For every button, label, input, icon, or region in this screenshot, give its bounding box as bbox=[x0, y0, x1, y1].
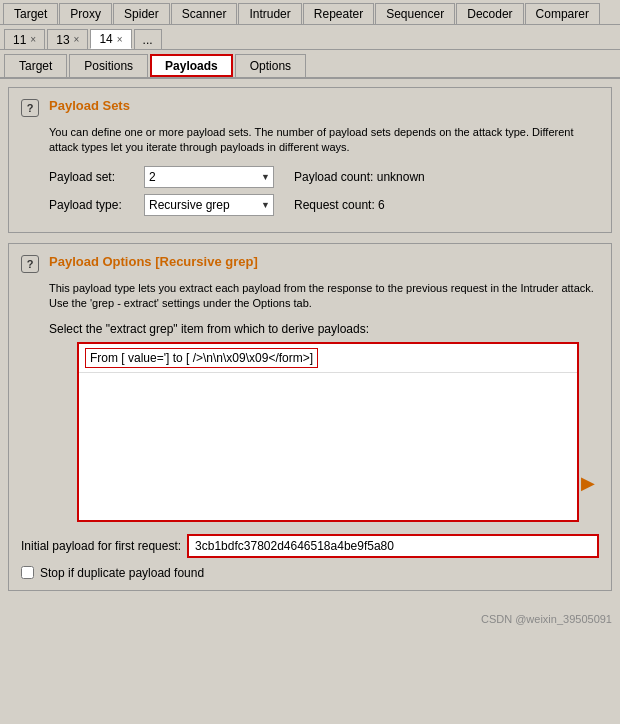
payload-count-info: Payload count: unknown bbox=[294, 170, 425, 184]
num-tab-13[interactable]: 13 × bbox=[47, 29, 88, 49]
top-nav-proxy[interactable]: Proxy bbox=[59, 3, 112, 24]
top-nav-bar: Target Proxy Spider Scanner Intruder Rep… bbox=[0, 0, 620, 25]
payload-count-value: unknown bbox=[377, 170, 425, 184]
watermark: CSDN @weixin_39505091 bbox=[0, 609, 620, 629]
num-tab-11[interactable]: 11 × bbox=[4, 29, 45, 49]
stop-duplicate-row: Stop if duplicate payload found bbox=[21, 566, 599, 580]
payload-options-header: ? Payload Options [Recursive grep] bbox=[21, 254, 599, 273]
payload-options-description: This payload type lets you extract each … bbox=[49, 281, 599, 312]
stop-duplicate-checkbox[interactable] bbox=[21, 566, 34, 579]
num-tab-13-close[interactable]: × bbox=[74, 34, 80, 45]
initial-payload-input[interactable] bbox=[187, 534, 599, 558]
sub-tabs-row: Target Positions Payloads Options bbox=[0, 50, 620, 79]
payload-options-title: Payload Options [Recursive grep] bbox=[49, 254, 258, 269]
grep-item-text: From [ value='] to [ />\n\n\x09\x09</for… bbox=[85, 348, 318, 368]
grep-list-area[interactable] bbox=[79, 373, 577, 520]
top-nav-intruder[interactable]: Intruder bbox=[238, 3, 301, 24]
payload-type-row: Payload type: Simple list Runtime file C… bbox=[49, 194, 599, 216]
sub-tab-payloads[interactable]: Payloads bbox=[150, 54, 233, 77]
num-tab-11-close[interactable]: × bbox=[30, 34, 36, 45]
request-count-label: Request count: bbox=[294, 198, 378, 212]
initial-payload-row: Initial payload for first request: bbox=[21, 534, 599, 558]
payload-sets-title: Payload Sets bbox=[49, 98, 130, 113]
payload-sets-section: ? Payload Sets You can define one or mor… bbox=[8, 87, 612, 233]
initial-payload-label: Initial payload for first request: bbox=[21, 539, 181, 553]
top-nav-comparer[interactable]: Comparer bbox=[525, 3, 600, 24]
arrow-right-button[interactable]: ▶ bbox=[581, 474, 595, 492]
payload-options-section: ? Payload Options [Recursive grep] This … bbox=[8, 243, 612, 591]
sub-tab-options[interactable]: Options bbox=[235, 54, 306, 77]
num-tab-11-label: 11 bbox=[13, 33, 26, 47]
payload-type-select-wrapper: Simple list Runtime file Custom iterator… bbox=[144, 194, 274, 216]
request-count-info: Request count: 6 bbox=[294, 198, 385, 212]
payload-set-select[interactable]: 1 2 3 4 bbox=[144, 166, 274, 188]
num-tab-13-label: 13 bbox=[56, 33, 69, 47]
num-tab-more[interactable]: ... bbox=[134, 29, 162, 49]
sub-tab-positions[interactable]: Positions bbox=[69, 54, 148, 77]
payload-set-select-wrapper: 1 2 3 4 bbox=[144, 166, 274, 188]
payload-sets-header: ? Payload Sets bbox=[21, 98, 599, 117]
top-nav-repeater[interactable]: Repeater bbox=[303, 3, 374, 24]
num-tab-14-label: 14 bbox=[99, 32, 112, 46]
stop-duplicate-label: Stop if duplicate payload found bbox=[40, 566, 204, 580]
payload-type-label: Payload type: bbox=[49, 198, 144, 212]
grep-item-box[interactable]: From [ value='] to [ />\n\n\x09\x09</for… bbox=[77, 342, 579, 522]
num-tabs-row: 11 × 13 × 14 × ... bbox=[0, 25, 620, 50]
payload-options-help-icon[interactable]: ? bbox=[21, 255, 39, 273]
num-tab-more-label: ... bbox=[143, 33, 153, 47]
top-nav-sequencer[interactable]: Sequencer bbox=[375, 3, 455, 24]
top-nav-spider[interactable]: Spider bbox=[113, 3, 170, 24]
payload-sets-help-icon[interactable]: ? bbox=[21, 99, 39, 117]
main-content: ? Payload Sets You can define one or mor… bbox=[0, 79, 620, 609]
payload-type-select[interactable]: Simple list Runtime file Custom iterator… bbox=[144, 194, 274, 216]
num-tab-14[interactable]: 14 × bbox=[90, 29, 131, 49]
top-nav-decoder[interactable]: Decoder bbox=[456, 3, 523, 24]
payload-set-row: Payload set: 1 2 3 4 Payload count: unkn… bbox=[49, 166, 599, 188]
extract-label: Select the "extract grep" item from whic… bbox=[49, 322, 599, 336]
top-nav-target[interactable]: Target bbox=[3, 3, 58, 24]
payload-set-label: Payload set: bbox=[49, 170, 144, 184]
request-count-value: 6 bbox=[378, 198, 385, 212]
num-tab-14-close[interactable]: × bbox=[117, 34, 123, 45]
top-nav-scanner[interactable]: Scanner bbox=[171, 3, 238, 24]
sub-tab-target[interactable]: Target bbox=[4, 54, 67, 77]
grep-item-row[interactable]: From [ value='] to [ />\n\n\x09\x09</for… bbox=[79, 344, 577, 373]
payload-count-label: Payload count: bbox=[294, 170, 377, 184]
payload-sets-description: You can define one or more payload sets.… bbox=[49, 125, 599, 156]
